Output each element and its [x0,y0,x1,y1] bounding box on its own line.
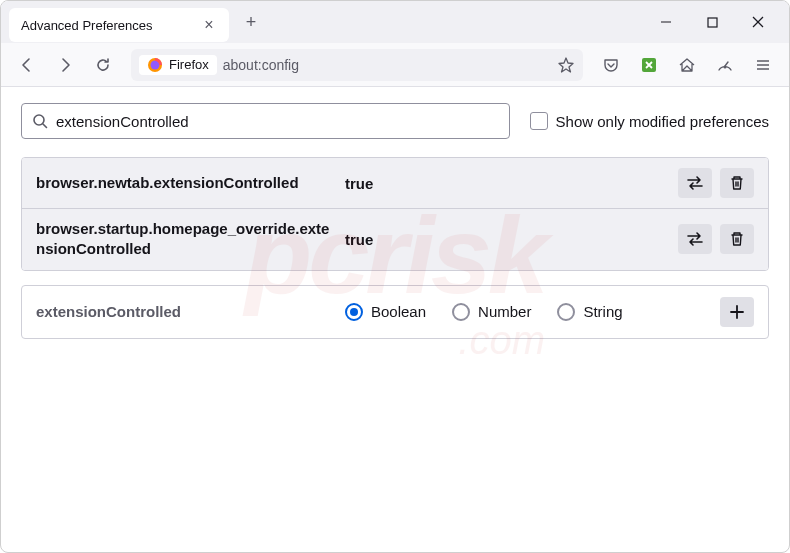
pocket-button[interactable] [595,49,627,81]
toggle-arrows-icon [686,231,704,247]
preference-value: true [345,231,664,248]
mail-icon[interactable] [671,49,703,81]
show-modified-label: Show only modified preferences [556,113,769,130]
radio-icon [557,303,575,321]
back-button[interactable] [11,49,43,81]
search-icon [32,113,48,129]
maximize-button[interactable] [689,6,735,38]
type-label: Number [478,303,531,320]
plus-icon [729,304,745,320]
preference-name: browser.startup.homepage_override.extens… [36,219,331,260]
url-bar[interactable]: Firefox about:config [131,49,583,81]
identity-label: Firefox [169,57,209,72]
browser-tab[interactable]: Advanced Preferences × [9,8,229,42]
radio-icon [452,303,470,321]
toggle-arrows-icon [686,175,704,191]
url-text: about:config [223,57,299,73]
about-config-content: Show only modified preferences browser.n… [1,87,789,355]
extension-icon[interactable] [633,49,665,81]
type-options: Boolean Number String [345,303,706,321]
trash-icon [729,231,745,247]
firefox-icon [147,57,163,73]
reload-button[interactable] [87,49,119,81]
tab-close-icon[interactable]: × [201,17,217,33]
forward-button[interactable] [49,49,81,81]
trash-icon [729,175,745,191]
dashboard-icon[interactable] [709,49,741,81]
radio-icon [345,303,363,321]
type-string[interactable]: String [557,303,622,321]
type-boolean[interactable]: Boolean [345,303,426,321]
toggle-button[interactable] [678,168,712,198]
svg-rect-1 [708,18,717,27]
create-pref-name: extensionControlled [36,303,331,320]
preference-row: browser.startup.homepage_override.extens… [22,208,768,270]
search-input[interactable] [56,113,499,130]
close-window-button[interactable] [735,6,781,38]
checkbox-icon[interactable] [530,112,548,130]
tab-title: Advanced Preferences [21,18,191,33]
create-preference-row: extensionControlled Boolean Number Strin… [21,285,769,339]
delete-button[interactable] [720,168,754,198]
svg-point-7 [724,65,727,68]
type-number[interactable]: Number [452,303,531,321]
window-controls [643,6,781,38]
preference-row: browser.newtab.extensionControlled true [22,158,768,208]
preferences-list: browser.newtab.extensionControlled true … [21,157,769,271]
identity-box[interactable]: Firefox [139,55,217,75]
add-button[interactable] [720,297,754,327]
type-label: Boolean [371,303,426,320]
bookmark-star-icon[interactable] [557,56,575,74]
preference-value: true [345,175,664,192]
minimize-button[interactable] [643,6,689,38]
nav-toolbar: Firefox about:config [1,43,789,87]
preference-search-box[interactable] [21,103,510,139]
delete-button[interactable] [720,224,754,254]
new-tab-button[interactable]: + [235,6,267,38]
toggle-button[interactable] [678,224,712,254]
type-label: String [583,303,622,320]
preference-name: browser.newtab.extensionControlled [36,173,331,193]
svg-line-12 [43,124,47,128]
app-menu-button[interactable] [747,49,779,81]
titlebar: Advanced Preferences × + [1,1,789,43]
show-modified-checkbox[interactable]: Show only modified preferences [530,112,769,130]
